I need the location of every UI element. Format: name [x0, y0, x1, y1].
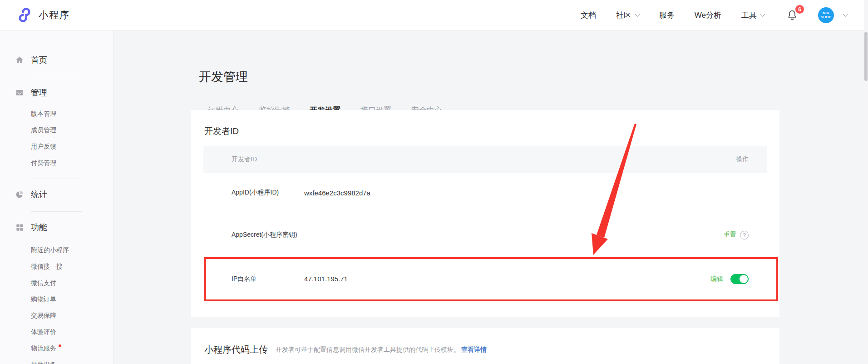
table-header-developer-id: 开发者ID: [232, 155, 257, 164]
grid-icon: [15, 223, 24, 232]
code-upload-card: 小程序代码上传 开发者可基于配置信息调用微信开发者工具提供的代码上传模块。 查看…: [191, 328, 779, 364]
nav-we-analytics-label: We分析: [695, 10, 721, 20]
chevron-down-icon: [760, 11, 765, 16]
notification-count-badge: 6: [795, 5, 804, 14]
sidebar-item-experience-rating[interactable]: 体验评价: [0, 324, 113, 340]
sidebar-sub-label: 购物订单: [31, 295, 56, 304]
account-menu[interactable]: NiU SHOP: [818, 7, 847, 23]
help-question-icon[interactable]: ?: [740, 231, 749, 239]
main-content: 开发管理 运维中心 监控告警 开发设置 接口设置 安全中心 开发者ID 开发者I…: [113, 30, 868, 364]
sidebar-item-payment-management[interactable]: 付费管理: [0, 155, 113, 171]
nav-tools[interactable]: 工具: [741, 10, 764, 20]
sidebar-sub-label: 附近的小程序: [31, 246, 69, 254]
sidebar-sub-label: 微信搜一搜: [31, 263, 63, 271]
developer-id-card: 开发者ID 开发者ID 操作 AppID(小程序ID) wxfe46e2c3c9…: [191, 110, 779, 317]
sidebar-sub-label: 物流服务: [31, 344, 56, 353]
sidebar-features-label: 功能: [31, 222, 47, 233]
table-row-ip-whitelist: IP白名单 47.101.195.71 编辑: [203, 257, 767, 300]
code-upload-section-title: 小程序代码上传: [204, 344, 268, 356]
table-header-row: 开发者ID 操作: [203, 146, 767, 173]
ip-whitelist-actions: 编辑: [710, 274, 749, 284]
toggle-knob: [740, 275, 748, 283]
sidebar-features-group: 附近的小程序 微信搜一搜 微信支付 购物订单 交易保障 体验评价 物流服务 硬件…: [0, 242, 113, 364]
miniprogram-logo[interactable]: 小程序: [17, 7, 70, 23]
nav-services-label: 服务: [659, 10, 675, 20]
sidebar-item-wechat-search[interactable]: 微信搜一搜: [0, 259, 113, 275]
nav-docs[interactable]: 文档: [581, 10, 596, 20]
scrollbar-thumb[interactable]: [864, 32, 868, 81]
sidebar-item-logistics-service[interactable]: 物流服务: [0, 340, 113, 357]
chevron-down-icon: [843, 11, 848, 16]
home-icon: [15, 55, 24, 65]
sidebar: 首页 管理 版本管理 成员管理 用户反馈 付费管理: [0, 30, 113, 364]
logo-text: 小程序: [39, 9, 70, 21]
appsecret-label: AppSecret(小程序密钥): [232, 231, 304, 239]
sidebar-divider: [31, 211, 82, 212]
sidebar-item-nearby-miniprograms[interactable]: 附近的小程序: [0, 242, 113, 259]
appid-value: wxfe46e2c3c9982d7a: [304, 189, 370, 197]
nav-tools-label: 工具: [741, 10, 757, 20]
edit-ip-whitelist-button[interactable]: 编辑: [710, 275, 723, 283]
sidebar-item-wechat-pay[interactable]: 微信支付: [0, 275, 113, 291]
sidebar-sub-label: 用户反馈: [31, 143, 56, 151]
pie-chart-icon: [15, 190, 24, 199]
new-badge-dot: [59, 344, 61, 347]
nav-community[interactable]: 社区: [616, 10, 639, 20]
appsecret-actions: 重置 ?: [724, 231, 749, 239]
nav-community-label: 社区: [616, 10, 631, 20]
ip-whitelist-value: 47.101.195.71: [304, 275, 348, 283]
nav-we-analytics[interactable]: We分析: [695, 10, 721, 20]
sidebar-management-group: 版本管理 成员管理 用户反馈 付费管理: [0, 106, 113, 171]
scrollbar-track[interactable]: [864, 0, 868, 364]
page-title: 开发管理: [199, 69, 248, 85]
ip-whitelist-label: IP白名单: [232, 275, 304, 283]
tray-icon: [15, 88, 24, 97]
sidebar-divider: [31, 179, 82, 179]
sidebar-item-member-management[interactable]: 成员管理: [0, 122, 113, 139]
table-row-appsecret: AppSecret(小程序密钥) 重置 ?: [203, 213, 767, 257]
top-nav: 文档 社区 服务 We分析 工具 6 NiU: [581, 7, 847, 23]
appid-label: AppID(小程序ID): [232, 189, 304, 197]
developer-id-table: 开发者ID 操作 AppID(小程序ID) wxfe46e2c3c9982d7a…: [203, 146, 767, 300]
top-header: 小程序 文档 社区 服务 We分析 工具 6: [0, 0, 868, 30]
reset-appsecret-button[interactable]: 重置: [724, 231, 736, 239]
developer-id-section-title: 开发者ID: [204, 125, 779, 137]
sidebar-item-statistics[interactable]: 统计: [0, 185, 113, 204]
table-header-actions: 操作: [736, 155, 749, 164]
miniprogram-s-icon: [17, 7, 33, 23]
sidebar-item-shopping-orders[interactable]: 购物订单: [0, 291, 113, 308]
notification-bell-button[interactable]: 6: [786, 9, 798, 21]
sidebar-item-features[interactable]: 功能: [0, 218, 113, 237]
sidebar-item-home[interactable]: 首页: [0, 50, 113, 70]
sidebar-sub-label: 成员管理: [31, 126, 56, 135]
sidebar-item-hardware-devices[interactable]: 硬件设备: [0, 357, 113, 364]
sidebar-divider: [31, 77, 82, 77]
sidebar-item-transaction-guarantee[interactable]: 交易保障: [0, 308, 113, 324]
sidebar-home-label: 首页: [31, 55, 47, 65]
avatar: NiU SHOP: [818, 7, 834, 23]
sidebar-sub-label: 体验评价: [31, 328, 56, 336]
avatar-text-line2: SHOP: [821, 15, 832, 19]
code-upload-description: 开发者可基于配置信息调用微信开发者工具提供的代码上传模块。: [276, 346, 460, 354]
sidebar-item-version-management[interactable]: 版本管理: [0, 106, 113, 122]
sidebar-item-user-feedback[interactable]: 用户反馈: [0, 139, 113, 155]
sidebar-sub-label: 版本管理: [31, 110, 56, 118]
nav-docs-label: 文档: [581, 10, 596, 20]
sidebar-statistics-label: 统计: [31, 189, 47, 200]
nav-services[interactable]: 服务: [659, 10, 675, 20]
sidebar-item-management[interactable]: 管理: [0, 83, 113, 102]
sidebar-sub-label: 硬件设备: [31, 361, 56, 364]
sidebar-sub-label: 付费管理: [31, 159, 56, 167]
chevron-down-icon: [635, 11, 640, 16]
avatar-text-line1: NiU: [823, 11, 829, 15]
view-details-link[interactable]: 查看详情: [461, 346, 487, 354]
sidebar-sub-label: 交易保障: [31, 312, 56, 320]
ip-whitelist-toggle-on[interactable]: [730, 274, 749, 284]
sidebar-sub-label: 微信支付: [31, 279, 56, 287]
sidebar-management-label: 管理: [31, 87, 47, 98]
table-row-appid: AppID(小程序ID) wxfe46e2c3c9982d7a: [203, 173, 767, 213]
